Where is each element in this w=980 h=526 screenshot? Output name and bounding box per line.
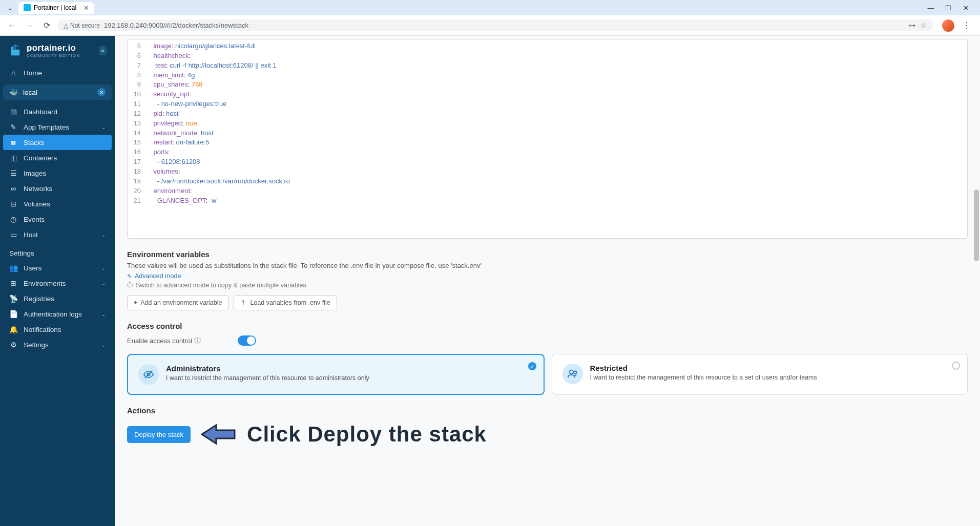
code-content: pid: host: [146, 109, 179, 119]
line-number: 17: [128, 157, 146, 167]
logo: portainer.io COMMUNITY EDITION «: [0, 36, 115, 65]
tab-close-icon[interactable]: ✕: [84, 4, 89, 12]
code-content: cpu_shares: 768: [146, 80, 203, 90]
code-line[interactable]: 20 environment:: [128, 186, 967, 196]
button-label: Add an environment variable: [140, 299, 222, 306]
star-icon[interactable]: ☆: [921, 22, 927, 29]
access-control-toggle[interactable]: [238, 335, 256, 346]
scrollbar-thumb[interactable]: [974, 190, 979, 261]
maximize-icon[interactable]: ☐: [944, 4, 952, 12]
sidebar-item-networks[interactable]: ∞Networks: [0, 181, 115, 196]
sidebar-item-auth-logs[interactable]: 📄Authentication logs⌄: [0, 306, 115, 322]
forward-icon[interactable]: →: [23, 19, 36, 32]
sidebar-item-settings[interactable]: ⚙Settings⌄: [0, 337, 115, 352]
line-number: 12: [128, 109, 146, 119]
code-content: - /var/run/docker.sock:/var/run/docker.s…: [146, 177, 290, 186]
line-number: 21: [128, 196, 146, 206]
code-line[interactable]: 17 - 61208:61208: [128, 157, 967, 167]
sidebar-item-users[interactable]: 👥Users⌄: [0, 260, 115, 276]
actions-title: Actions: [127, 406, 968, 415]
svg-point-8: [573, 371, 576, 374]
warning-icon: △: [64, 22, 68, 29]
browser-tab[interactable]: Portainer | local ✕: [18, 2, 94, 14]
code-line[interactable]: 16 ports:: [128, 148, 967, 157]
access-card-administrators[interactable]: Administrators I want to restrict the ma…: [127, 354, 545, 395]
code-line[interactable]: 12 pid: host: [128, 109, 967, 119]
code-line[interactable]: 9 cpu_shares: 768: [128, 80, 967, 90]
code-line[interactable]: 10 security_opt:: [128, 90, 967, 99]
line-number: 9: [128, 80, 146, 90]
url-bar[interactable]: △ Not secure 192.168.0.240:9000/#!/2/doc…: [57, 19, 933, 31]
browser-nav-bar: ← → ⟳ △ Not secure 192.168.0.240:9000/#!…: [0, 15, 980, 36]
profile-avatar[interactable]: [942, 19, 954, 32]
sidebar-item-home[interactable]: ⌂ Home: [0, 65, 115, 80]
back-icon[interactable]: ←: [5, 19, 18, 32]
code-line[interactable]: 7 test: curl -f http://localhost:61208/ …: [128, 61, 967, 71]
sidebar-label: Home: [24, 69, 42, 77]
edit-icon: ✎: [127, 273, 132, 280]
tab-dropdown-icon[interactable]: ⌄: [4, 4, 16, 12]
portainer-logo-icon: [8, 44, 23, 58]
brand-text: portainer.io: [27, 43, 80, 53]
reload-icon[interactable]: ⟳: [40, 19, 53, 32]
sidebar-item-stacks[interactable]: ≣Stacks: [3, 135, 112, 150]
code-content: security_opt:: [146, 90, 191, 99]
browser-tab-bar: ⌄ Portainer | local ✕ — ☐ ✕: [0, 0, 980, 15]
code-content: test: curl -f http://localhost:61208/ ||…: [146, 61, 277, 71]
env-vars-title: Environment variables: [127, 250, 968, 259]
sidebar-label: Dashboard: [24, 108, 57, 116]
sidebar-label: Host: [24, 231, 38, 239]
url-text: 192.168.0.240:9000/#!/2/docker/stacks/ne…: [104, 22, 248, 29]
add-env-var-button[interactable]: + Add an environment variable: [127, 295, 228, 310]
sidebar-label: Registries: [24, 295, 54, 303]
close-window-icon[interactable]: ✕: [962, 4, 970, 12]
sidebar-item-app-templates[interactable]: ✎App Templates⌄: [0, 119, 115, 135]
sidebar-item-volumes[interactable]: ⊟Volumes: [0, 196, 115, 212]
code-line[interactable]: 18 volumes:: [128, 167, 967, 177]
sidebar-item-dashboard[interactable]: ▦Dashboard: [0, 104, 115, 119]
browser-menu-icon[interactable]: ⋮: [958, 20, 975, 30]
sidebar-item-images[interactable]: ☰Images: [0, 165, 115, 181]
load-env-file-button[interactable]: ⭱ Load variables from .env file: [234, 295, 337, 310]
sidebar-item-environments[interactable]: ⊞Environments⌄: [0, 276, 115, 291]
code-line[interactable]: 21 GLANCES_OPT: -w: [128, 196, 967, 206]
sidebar-label: Volumes: [24, 200, 50, 208]
line-number: 11: [128, 99, 146, 109]
line-number: 5: [128, 41, 146, 51]
code-line[interactable]: 6 healthcheck:: [128, 51, 967, 61]
security-badge: △ Not secure: [64, 22, 100, 29]
minimize-icon[interactable]: —: [927, 4, 935, 12]
sidebar-collapse-icon[interactable]: «: [99, 46, 107, 55]
environment-pill[interactable]: 🐳 local ✕: [3, 85, 112, 100]
access-card-restricted[interactable]: Restricted I want to restrict the manage…: [552, 354, 968, 395]
stacks-icon: ≣: [9, 138, 17, 146]
code-line[interactable]: 19 - /var/run/docker.sock:/var/run/docke…: [128, 177, 967, 186]
code-content: ports:: [146, 148, 170, 157]
key-icon[interactable]: ⊶: [909, 22, 915, 29]
line-number: 13: [128, 119, 146, 129]
code-line[interactable]: 13 privileged: true: [128, 119, 967, 129]
events-icon: ◷: [9, 215, 17, 223]
advanced-mode-link[interactable]: ✎ Advanced mode: [127, 272, 968, 280]
deploy-stack-button[interactable]: Deploy the stack: [127, 426, 191, 443]
sidebar-item-notifications[interactable]: 🔔Notifications: [0, 322, 115, 337]
sidebar-item-host[interactable]: ▭Host⌄: [0, 227, 115, 242]
sidebar-label: App Templates: [24, 123, 69, 131]
home-icon: ⌂: [9, 69, 17, 77]
code-line[interactable]: 11 - no-new-privileges:true: [128, 99, 967, 109]
scrollbar[interactable]: [974, 36, 979, 526]
code-line[interactable]: 14 network_mode: host: [128, 129, 967, 138]
sidebar-item-registries[interactable]: 📡Registries: [0, 291, 115, 306]
sidebar-item-containers[interactable]: ◫Containers: [0, 150, 115, 165]
env-close-icon[interactable]: ✕: [97, 88, 106, 96]
code-line[interactable]: 15 restart: on-failure:5: [128, 138, 967, 148]
hint-label: Switch to advanced mode to copy & paste …: [136, 282, 306, 289]
help-icon[interactable]: ⓘ: [194, 336, 201, 345]
radio-unchecked-icon: [952, 362, 960, 370]
sidebar-label: Events: [24, 216, 45, 223]
code-line[interactable]: 5 image: nicolargo/glances:latest-full: [128, 41, 967, 51]
yaml-editor[interactable]: 5 image: nicolargo/glances:latest-full6 …: [127, 39, 968, 239]
sidebar-item-events[interactable]: ◷Events: [0, 212, 115, 227]
line-number: 16: [128, 148, 146, 157]
code-line[interactable]: 8 mem_limit: 4g: [128, 71, 967, 80]
